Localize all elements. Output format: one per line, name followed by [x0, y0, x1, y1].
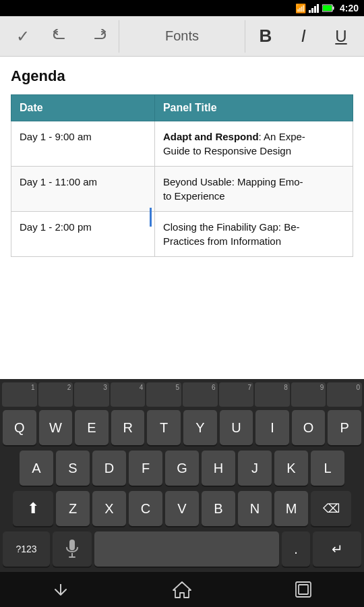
italic-icon: I	[301, 26, 305, 47]
key-w-hint: 2	[38, 382, 73, 407]
svg-rect-3	[317, 4, 319, 13]
svg-rect-1	[311, 8, 313, 13]
table-cell-title-2: Beyond Usable: Mapping Emo-to Experience	[154, 167, 353, 212]
key-f[interactable]: F	[129, 451, 162, 486]
key-c[interactable]: C	[129, 491, 162, 526]
table-cell-date-3: Day 1 - 2:00 pm	[11, 212, 155, 257]
back-button[interactable]	[40, 576, 81, 603]
table-row: Day 1 - 11:00 am Beyond Usable: Mapping …	[11, 167, 353, 212]
key-a[interactable]: A	[20, 451, 53, 486]
key-e[interactable]: E	[75, 410, 109, 445]
svg-rect-6	[323, 5, 332, 11]
undo-icon	[52, 29, 69, 44]
bold-button[interactable]: B	[248, 20, 283, 53]
table-header-title: Panel Title	[154, 95, 353, 121]
table-cell-title-3: Closing the Finability Gap: Be-Practices…	[154, 212, 353, 257]
mic-key[interactable]	[53, 531, 92, 567]
number-hint-row: 1 2 3 4 5 6 7 8 9 0	[0, 379, 364, 407]
key-z[interactable]: Z	[56, 491, 90, 526]
key-l[interactable]: L	[311, 451, 344, 486]
document-title: Agenda	[11, 67, 353, 85]
key-u[interactable]: U	[220, 410, 253, 445]
svg-marker-10	[173, 582, 191, 598]
status-icons: 📶	[295, 3, 334, 13]
period-key[interactable]: .	[282, 531, 310, 567]
table-row: Day 1 - 9:00 am Adapt and Respond: An Ex…	[11, 121, 353, 167]
key-n[interactable]: N	[238, 491, 272, 526]
back-icon	[51, 583, 70, 596]
key-q[interactable]: Q	[3, 410, 36, 445]
key-o-hint: 9	[291, 382, 326, 407]
recents-button[interactable]	[283, 576, 324, 603]
key-j[interactable]: J	[238, 451, 272, 486]
key-i-hint: 8	[255, 382, 290, 407]
key-d[interactable]: D	[92, 451, 126, 486]
bold-text: Adapt and Respond	[163, 131, 259, 142]
fonts-label: Fonts	[165, 28, 199, 44]
key-g[interactable]: G	[165, 451, 199, 486]
key-y-hint: 6	[183, 382, 218, 407]
key-t-hint: 5	[146, 382, 181, 407]
key-p[interactable]: P	[328, 410, 361, 445]
key-b[interactable]: B	[202, 491, 235, 526]
status-time: 4:20	[340, 3, 359, 13]
document-area[interactable]: Agenda Date Panel Title Day 1 - 9:00 am …	[0, 57, 364, 379]
svg-rect-5	[332, 7, 334, 10]
key-o[interactable]: O	[292, 410, 326, 445]
mic-icon	[65, 540, 79, 558]
keyboard-row-1: Q W E R T Y U I O P	[0, 407, 364, 448]
backspace-key[interactable]: ⌫	[311, 491, 351, 526]
fonts-button[interactable]: Fonts	[119, 20, 245, 53]
key-p-hint: 0	[327, 382, 362, 407]
key-w[interactable]: W	[39, 410, 73, 445]
enter-key[interactable]: ↵	[313, 531, 361, 567]
redo-button[interactable]	[81, 20, 116, 53]
key-t[interactable]: T	[147, 410, 181, 445]
toolbar: ✓ Fonts B I U	[0, 16, 364, 57]
check-button[interactable]: ✓	[5, 20, 40, 53]
check-icon: ✓	[16, 27, 30, 46]
nav-bar	[0, 572, 364, 607]
italic-button[interactable]: I	[286, 20, 321, 53]
keyboard-bottom-row: ?123 . ↵	[0, 529, 364, 572]
status-bar: 📶 4:20	[0, 0, 364, 16]
keyboard: 1 2 3 4 5 6 7 8 9 0 Q W E R T Y U I O P …	[0, 379, 364, 572]
underline-button[interactable]: U	[324, 20, 359, 53]
key-m[interactable]: M	[274, 491, 308, 526]
key-h[interactable]: H	[202, 451, 235, 486]
shift-key[interactable]: ⬆	[13, 491, 53, 526]
key-r-hint: 4	[111, 382, 146, 407]
key-k[interactable]: K	[274, 451, 308, 486]
table-cell-title-1: Adapt and Respond: An Expe-Guide to Resp…	[154, 121, 353, 167]
table-header-date: Date	[11, 95, 155, 121]
agenda-table: Date Panel Title Day 1 - 9:00 am Adapt a…	[11, 94, 353, 257]
table-row: Day 1 - 2:00 pm Closing the Finability G…	[11, 212, 353, 257]
wifi-icon: 📶	[295, 3, 306, 13]
bold-icon: B	[260, 26, 272, 47]
redo-icon	[90, 29, 107, 44]
recents-icon	[295, 581, 312, 598]
key-q-hint: 1	[2, 382, 37, 407]
space-key[interactable]	[94, 531, 279, 567]
num-toggle-key[interactable]: ?123	[3, 531, 50, 567]
svg-rect-7	[69, 540, 75, 550]
svg-rect-0	[309, 10, 311, 13]
home-icon	[172, 581, 192, 598]
underline-icon: U	[335, 27, 346, 46]
signal-icon	[309, 4, 320, 13]
svg-rect-12	[299, 585, 308, 594]
key-x[interactable]: X	[92, 491, 126, 526]
svg-rect-2	[314, 6, 316, 13]
key-v[interactable]: V	[165, 491, 199, 526]
text-cursor	[150, 208, 152, 227]
table-cell-date-1: Day 1 - 9:00 am	[11, 121, 155, 167]
key-e-hint: 3	[74, 382, 109, 407]
home-button[interactable]	[162, 576, 202, 603]
undo-button[interactable]	[43, 20, 78, 53]
keyboard-row-2: A S D F G H J K L	[0, 448, 364, 488]
key-i[interactable]: I	[255, 410, 289, 445]
key-r[interactable]: R	[111, 410, 145, 445]
key-y[interactable]: Y	[183, 410, 217, 445]
key-s[interactable]: S	[56, 451, 90, 486]
table-cell-date-2: Day 1 - 11:00 am	[11, 167, 155, 212]
